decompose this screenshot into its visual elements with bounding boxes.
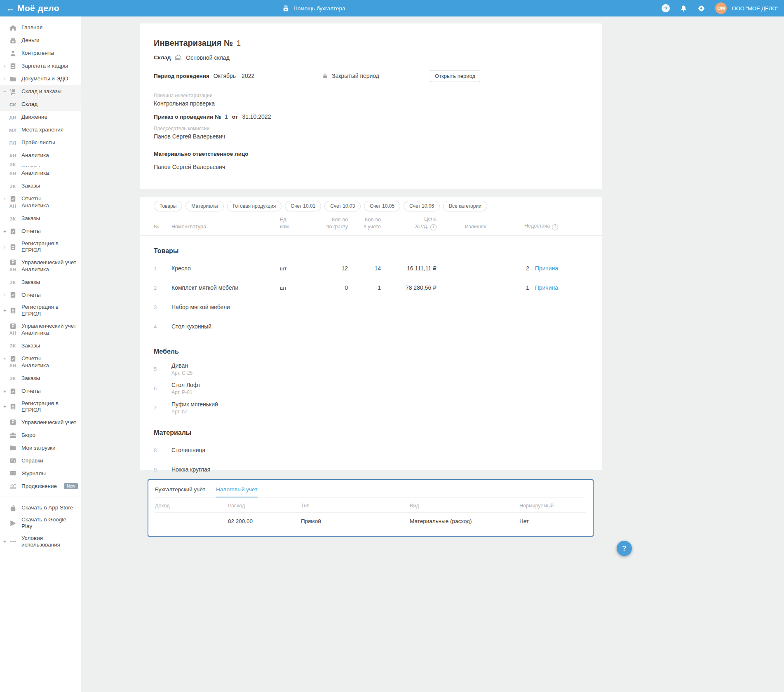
period-year[interactable]: 2022 <box>242 73 254 79</box>
table-row[interactable]: 4 Стол кухонный <box>140 317 602 336</box>
sidebar-item[interactable]: Продвижение New <box>0 480 81 493</box>
sidebar-item[interactable]: Контрагенты <box>0 47 81 60</box>
company-name[interactable]: ООО "МОЕ ДЕЛО" <box>732 5 778 12</box>
support-chat-button[interactable]: ? <box>617 541 632 556</box>
category-filter-chip[interactable]: Все категории <box>443 201 487 211</box>
user-avatar[interactable]: ОМ <box>715 2 727 14</box>
sidebar-item[interactable]: + Отчеты <box>0 225 81 238</box>
item-name: Стол кухонный <box>171 323 211 330</box>
table-row[interactable]: 7 Пуфик мягенькийАрт. b7 <box>140 398 602 418</box>
sidebar-item[interactable]: − Склад и заказы <box>0 85 81 98</box>
table-row[interactable]: 6 Стол ЛофтАрт. Р-01 <box>140 379 602 398</box>
qty-fact: 12 <box>313 265 348 272</box>
sidebar-item[interactable]: ЗК Заказы <box>0 276 81 289</box>
sidebar-item[interactable]: + Регистрация в ЕГРЮЛ <box>0 301 81 319</box>
sidebar-item-label: Регистрация в ЕГРЮЛ <box>21 238 78 256</box>
expand-toggle-icon[interactable]: + <box>3 388 8 394</box>
settings-gear-icon[interactable] <box>697 5 705 12</box>
sidebar-item[interactable]: + Условия использования <box>0 532 81 551</box>
item-article: Арт. С-25 <box>171 370 280 376</box>
sidebar-item[interactable]: ЗК Заказы <box>0 180 81 192</box>
sidebar-item-code: ЗК <box>8 376 17 381</box>
sidebar-item-label: Мои загрузки <box>21 442 78 454</box>
sidebar-item[interactable]: ДВ Движение <box>0 111 81 124</box>
table-row[interactable]: 9 Ножка круглая <box>140 460 602 479</box>
sidebar-item[interactable]: + Регистрация в ЕГРЮЛ <box>0 398 81 416</box>
sidebar-item[interactable]: Журналы <box>0 467 81 480</box>
category-filter-chip[interactable]: Счет 10.06 <box>404 201 440 211</box>
notifications-bell-icon[interactable] <box>680 5 688 12</box>
sidebar-item[interactable]: + Зарплата и кадры <box>0 60 81 73</box>
sidebar-item-label: Заказы <box>21 180 78 192</box>
sidebar-item[interactable]: АН Аналитика <box>0 199 81 212</box>
info-icon[interactable] <box>552 224 558 230</box>
tax-cell-value: Прямой <box>301 518 410 524</box>
sidebar-item[interactable]: АН Аналитика <box>0 327 81 340</box>
expand-toggle-icon[interactable]: + <box>3 403 8 410</box>
reason-link[interactable]: Причина <box>535 284 558 291</box>
table-row[interactable]: 8 Столешница <box>140 441 602 460</box>
chairman-value[interactable]: Панов Сергей Валерьевич <box>154 133 225 140</box>
category-filter-chip[interactable]: Товары <box>154 201 182 211</box>
sidebar-item[interactable]: ПЛ Прайс-листы <box>0 136 81 149</box>
table-row[interactable]: 1 Кресло шт 12 14 16 111,11 ₽ 2Причина <box>140 259 602 278</box>
sidebar-item[interactable]: Мои загрузки <box>0 441 81 454</box>
sidebar-item[interactable]: СК Склад <box>0 98 81 111</box>
help-icon[interactable]: ? <box>662 4 670 12</box>
order-date[interactable]: 31.10.2022 <box>242 113 271 120</box>
sidebar-item[interactable]: АН Аналитика <box>0 167 81 180</box>
table-row[interactable]: 3 Набор мягкой мебели <box>140 298 602 317</box>
category-filter-chip[interactable]: Готовая продукция <box>227 201 282 211</box>
accountant-help-button[interactable]: Помощь бухгалтера <box>282 0 345 16</box>
order-number[interactable]: 1 <box>225 113 228 120</box>
sidebar-item[interactable]: АН Аналитика <box>0 359 81 372</box>
expand-toggle-icon[interactable]: + <box>3 228 8 235</box>
sidebar-item[interactable]: ЗК Заказы <box>0 340 81 352</box>
sidebar-item-label: Журналы <box>21 468 78 479</box>
sidebar-item[interactable]: Справки <box>0 454 81 467</box>
reason-link[interactable]: Причина <box>535 265 558 272</box>
page-title-text: Инвентаризация № <box>154 38 233 47</box>
reason-value[interactable]: Контрольная проверка <box>154 100 215 107</box>
category-filter-chip[interactable]: Счет 10.03 <box>324 201 361 211</box>
sidebar-item[interactable]: + Отчеты <box>0 289 81 301</box>
tax-column-header: Вид <box>410 503 519 509</box>
category-filter-chip[interactable]: Материалы <box>185 201 223 211</box>
sidebar-item[interactable]: АН Аналитика <box>0 149 81 162</box>
warehouse-value[interactable]: Основной склад <box>186 54 229 61</box>
sidebar-item[interactable]: ЗК Заказы <box>0 372 81 385</box>
sidebar-item[interactable]: МХ Места хранения <box>0 124 81 136</box>
info-icon[interactable] <box>430 224 437 230</box>
table-row[interactable]: 2 Комплект мягкой мебели шт 0 1 78 280,5… <box>140 278 602 298</box>
sidebar-item[interactable]: Главная <box>0 21 81 34</box>
sidebar-item[interactable]: Управленческий учет <box>0 416 81 429</box>
sidebar-item[interactable]: Скачать в Google Play <box>0 514 81 532</box>
tab-book-accounting[interactable]: Бухгалтерский учёт <box>155 486 205 497</box>
sidebar-item[interactable]: ЗК Заказы <box>0 162 81 167</box>
expand-toggle-icon[interactable]: + <box>3 538 8 544</box>
back-button[interactable]: ← <box>3 0 17 16</box>
sidebar-item[interactable]: + Документы и ЭДО <box>0 73 81 85</box>
category-filter-chip[interactable]: Счет 10.05 <box>364 201 400 211</box>
expand-toggle-icon[interactable]: + <box>3 63 8 69</box>
sidebar-item[interactable]: ЗК Заказы <box>0 212 81 225</box>
expand-toggle-icon[interactable]: + <box>3 307 8 314</box>
expand-toggle-icon[interactable]: + <box>3 292 8 298</box>
table-row[interactable]: 5 ДиванАрт. С-25 <box>140 359 602 379</box>
sidebar-item[interactable]: АН Аналитика <box>0 263 81 276</box>
sidebar-item[interactable]: Скачать в App Store <box>0 501 81 514</box>
sidebar-item-label: Заказы <box>21 373 78 384</box>
expand-toggle-icon[interactable]: + <box>3 244 8 250</box>
sidebar-item[interactable]: Деньги <box>0 34 81 47</box>
sidebar-item[interactable]: + Регистрация в ЕГРЮЛ <box>0 238 81 256</box>
tab-tax-accounting[interactable]: Налоговый учёт <box>216 486 258 497</box>
sidebar-item[interactable]: Бюро <box>0 429 81 441</box>
responsible-value[interactable]: Панов Сергей Валерьевич <box>154 164 225 170</box>
category-filter-chip[interactable]: Счет 10.01 <box>285 201 321 211</box>
expand-toggle-icon[interactable]: + <box>3 76 8 82</box>
expand-toggle-icon[interactable]: − <box>3 89 8 95</box>
period-month[interactable]: Октябрь <box>214 73 236 79</box>
sidebar-item[interactable]: + Отчеты <box>0 385 81 398</box>
app-logo[interactable]: Моё дело <box>17 3 59 13</box>
open-period-button[interactable]: Открыть период <box>430 70 480 82</box>
